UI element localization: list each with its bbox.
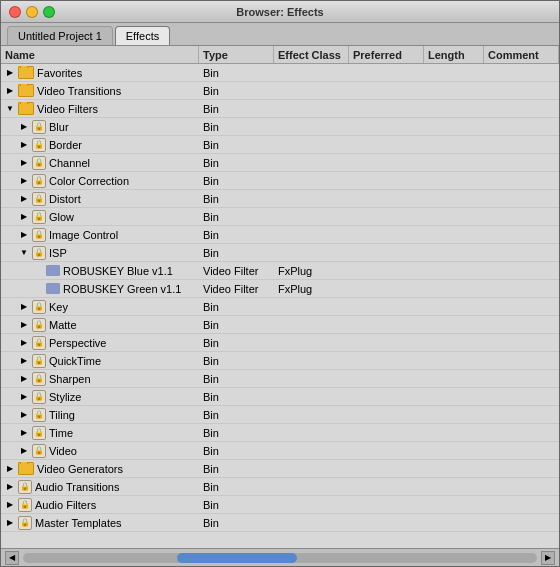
- row-name-cell: Master Templates: [1, 516, 199, 530]
- tree-row[interactable]: Image ControlBin: [1, 226, 559, 244]
- tree-row[interactable]: KeyBin: [1, 298, 559, 316]
- tree-row[interactable]: ROBUSKEY Blue v1.1Video FilterFxPlug: [1, 262, 559, 280]
- expand-triangle[interactable]: [19, 338, 29, 348]
- expand-triangle[interactable]: [5, 104, 15, 114]
- effects-tree[interactable]: FavoritesBinVideo TransitionsBinVideo Fi…: [1, 64, 559, 548]
- lock-icon: [32, 318, 46, 332]
- tab-effects[interactable]: Effects: [115, 26, 170, 45]
- tree-row[interactable]: BlurBin: [1, 118, 559, 136]
- expand-triangle[interactable]: [19, 428, 29, 438]
- row-type-cell: Bin: [199, 211, 274, 223]
- expand-triangle[interactable]: [19, 176, 29, 186]
- row-name-cell: Video Generators: [1, 462, 199, 475]
- nav-prev-button[interactable]: ◀: [5, 551, 19, 565]
- col-header-length[interactable]: Length: [424, 46, 484, 63]
- expand-triangle[interactable]: [5, 482, 15, 492]
- tree-row[interactable]: MatteBin: [1, 316, 559, 334]
- row-type-cell: Bin: [199, 139, 274, 151]
- folder-icon: [18, 462, 34, 475]
- expand-triangle[interactable]: [5, 86, 15, 96]
- tree-row[interactable]: Video TransitionsBin: [1, 82, 559, 100]
- tree-row[interactable]: ChannelBin: [1, 154, 559, 172]
- expand-triangle[interactable]: [5, 500, 15, 510]
- tree-row[interactable]: ISPBin: [1, 244, 559, 262]
- row-type-cell: Bin: [199, 175, 274, 187]
- tree-row[interactable]: Audio TransitionsBin: [1, 478, 559, 496]
- maximize-button[interactable]: [43, 6, 55, 18]
- tree-row[interactable]: FavoritesBin: [1, 64, 559, 82]
- lock-icon: [32, 426, 46, 440]
- col-header-type[interactable]: Type: [199, 46, 274, 63]
- lock-icon: [32, 138, 46, 152]
- expand-triangle[interactable]: [5, 518, 15, 528]
- expand-triangle[interactable]: [19, 356, 29, 366]
- tree-row[interactable]: TilingBin: [1, 406, 559, 424]
- tab-bar: Untitled Project 1 Effects: [1, 23, 559, 46]
- expand-triangle[interactable]: [19, 158, 29, 168]
- tree-row[interactable]: SharpenBin: [1, 370, 559, 388]
- expand-triangle[interactable]: [19, 122, 29, 132]
- row-name-cell: Sharpen: [1, 372, 199, 386]
- lock-icon: [32, 408, 46, 422]
- tab-project[interactable]: Untitled Project 1: [7, 26, 113, 45]
- row-name-cell: Matte: [1, 318, 199, 332]
- row-name-cell: Perspective: [1, 336, 199, 350]
- nav-next-button[interactable]: ▶: [541, 551, 555, 565]
- row-type-cell: Bin: [199, 157, 274, 169]
- tree-row[interactable]: DistortBin: [1, 190, 559, 208]
- tree-row[interactable]: Color CorrectionBin: [1, 172, 559, 190]
- tree-row[interactable]: ROBUSKEY Green v1.1Video FilterFxPlug: [1, 280, 559, 298]
- col-header-effectclass[interactable]: Effect Class: [274, 46, 349, 63]
- lock-icon: [32, 246, 46, 260]
- tree-row[interactable]: Video GeneratorsBin: [1, 460, 559, 478]
- lock-icon: [32, 390, 46, 404]
- tree-row[interactable]: GlowBin: [1, 208, 559, 226]
- lock-icon: [32, 156, 46, 170]
- tree-row[interactable]: BorderBin: [1, 136, 559, 154]
- row-name-cell: ROBUSKEY Blue v1.1: [1, 265, 199, 277]
- expand-triangle[interactable]: [5, 68, 15, 78]
- expand-triangle[interactable]: [19, 140, 29, 150]
- minimize-button[interactable]: [26, 6, 38, 18]
- scrollbar-thumb[interactable]: [177, 553, 297, 563]
- expand-triangle[interactable]: [19, 302, 29, 312]
- effect-icon: [46, 283, 60, 294]
- expand-triangle[interactable]: [19, 194, 29, 204]
- row-type-cell: Bin: [199, 445, 274, 457]
- col-header-comment[interactable]: Comment: [484, 46, 559, 63]
- expand-triangle[interactable]: [19, 212, 29, 222]
- window-title: Browser: Effects: [236, 6, 323, 18]
- col-header-preferred[interactable]: Preferred: [349, 46, 424, 63]
- scrollbar-track[interactable]: [23, 553, 537, 563]
- close-button[interactable]: [9, 6, 21, 18]
- expand-triangle[interactable]: [19, 392, 29, 402]
- row-name-cell: ROBUSKEY Green v1.1: [1, 283, 199, 295]
- row-name-cell: Audio Filters: [1, 498, 199, 512]
- tree-row[interactable]: QuickTimeBin: [1, 352, 559, 370]
- row-label: Border: [49, 139, 82, 151]
- expand-triangle[interactable]: [19, 410, 29, 420]
- tree-row[interactable]: Master TemplatesBin: [1, 514, 559, 532]
- tree-row[interactable]: PerspectiveBin: [1, 334, 559, 352]
- lock-icon: [32, 372, 46, 386]
- expand-triangle[interactable]: [19, 230, 29, 240]
- folder-icon: [18, 66, 34, 79]
- row-label: Key: [49, 301, 68, 313]
- row-label: Blur: [49, 121, 69, 133]
- row-label: Audio Filters: [35, 499, 96, 511]
- row-type-cell: Bin: [199, 67, 274, 79]
- tree-row[interactable]: Audio FiltersBin: [1, 496, 559, 514]
- row-label: Video Transitions: [37, 85, 121, 97]
- tree-row[interactable]: Video FiltersBin: [1, 100, 559, 118]
- row-name-cell: Tiling: [1, 408, 199, 422]
- col-header-name[interactable]: Name: [1, 46, 199, 63]
- expand-triangle[interactable]: [19, 374, 29, 384]
- tree-row[interactable]: StylizeBin: [1, 388, 559, 406]
- expand-triangle[interactable]: [5, 464, 15, 474]
- tree-row[interactable]: VideoBin: [1, 442, 559, 460]
- expand-triangle[interactable]: [19, 248, 29, 258]
- expand-triangle[interactable]: [19, 446, 29, 456]
- expand-triangle[interactable]: [19, 320, 29, 330]
- row-type-cell: Video Filter: [199, 283, 274, 295]
- tree-row[interactable]: TimeBin: [1, 424, 559, 442]
